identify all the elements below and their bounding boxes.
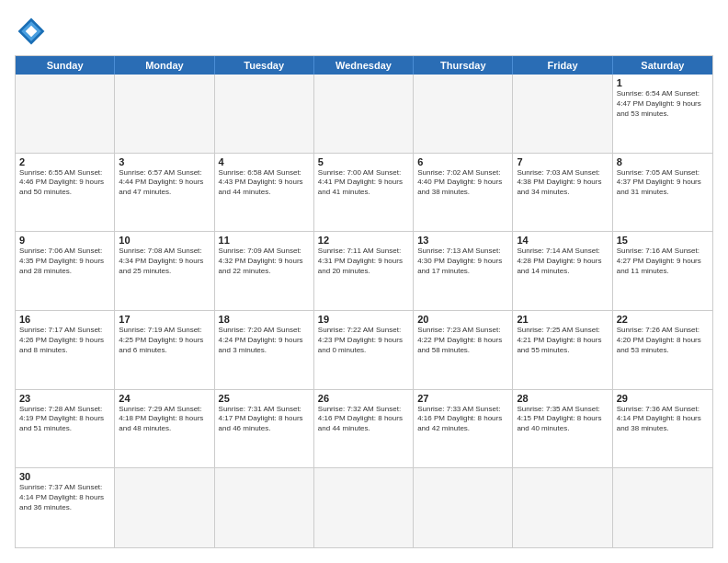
day-cell: 11Sunrise: 7:09 AM Sunset: 4:32 PM Dayli… xyxy=(215,232,314,310)
day-number: 8 xyxy=(617,156,709,167)
day-cell xyxy=(115,468,214,547)
day-info: Sunrise: 7:37 AM Sunset: 4:14 PM Dayligh… xyxy=(19,483,110,512)
day-info: Sunrise: 6:54 AM Sunset: 4:47 PM Dayligh… xyxy=(617,89,709,119)
day-number: 22 xyxy=(617,314,709,325)
day-number: 13 xyxy=(417,235,508,246)
calendar: SundayMondayTuesdayWednesdayThursdayFrid… xyxy=(15,55,713,548)
day-info: Sunrise: 7:13 AM Sunset: 4:30 PM Dayligh… xyxy=(417,247,508,276)
day-cell: 23Sunrise: 7:28 AM Sunset: 4:19 PM Dayli… xyxy=(16,390,115,468)
day-number: 15 xyxy=(617,235,709,246)
day-info: Sunrise: 7:20 AM Sunset: 4:24 PM Dayligh… xyxy=(219,326,310,355)
day-number: 7 xyxy=(517,156,608,167)
day-number: 29 xyxy=(617,393,709,404)
day-cell: 6Sunrise: 7:02 AM Sunset: 4:40 PM Daylig… xyxy=(414,154,513,232)
day-number: 21 xyxy=(517,314,608,325)
day-number: 26 xyxy=(318,393,409,404)
day-number: 20 xyxy=(417,314,508,325)
day-cell xyxy=(314,75,414,153)
day-cell xyxy=(414,75,513,153)
day-number: 19 xyxy=(318,314,409,325)
day-number: 24 xyxy=(119,393,210,404)
calendar-grid: 1Sunrise: 6:54 AM Sunset: 4:47 PM Daylig… xyxy=(16,75,712,547)
day-info: Sunrise: 7:11 AM Sunset: 4:31 PM Dayligh… xyxy=(318,247,409,276)
day-header-tuesday: Tuesday xyxy=(215,56,314,75)
day-header-sunday: Sunday xyxy=(16,56,115,75)
day-cell: 27Sunrise: 7:33 AM Sunset: 4:16 PM Dayli… xyxy=(414,390,513,468)
day-cell xyxy=(215,75,314,153)
day-cell xyxy=(115,75,214,153)
day-cell xyxy=(513,75,612,153)
day-headers: SundayMondayTuesdayWednesdayThursdayFrid… xyxy=(16,56,712,75)
day-cell: 25Sunrise: 7:31 AM Sunset: 4:17 PM Dayli… xyxy=(215,390,314,468)
day-info: Sunrise: 7:03 AM Sunset: 4:38 PM Dayligh… xyxy=(517,168,608,198)
day-header-monday: Monday xyxy=(115,56,214,75)
day-cell: 8Sunrise: 7:05 AM Sunset: 4:37 PM Daylig… xyxy=(613,154,712,232)
calendar-row: 9Sunrise: 7:06 AM Sunset: 4:35 PM Daylig… xyxy=(16,232,712,311)
day-cell xyxy=(215,468,314,547)
calendar-row: 2Sunrise: 6:55 AM Sunset: 4:46 PM Daylig… xyxy=(16,154,712,233)
day-number: 12 xyxy=(318,235,409,246)
day-number: 27 xyxy=(417,393,508,404)
day-info: Sunrise: 6:57 AM Sunset: 4:44 PM Dayligh… xyxy=(119,168,210,198)
day-header-saturday: Saturday xyxy=(613,56,712,75)
day-cell: 15Sunrise: 7:16 AM Sunset: 4:27 PM Dayli… xyxy=(613,232,712,310)
day-info: Sunrise: 7:09 AM Sunset: 4:32 PM Dayligh… xyxy=(219,247,310,276)
day-number: 5 xyxy=(318,156,409,167)
day-info: Sunrise: 7:36 AM Sunset: 4:14 PM Dayligh… xyxy=(617,405,709,434)
day-cell: 28Sunrise: 7:35 AM Sunset: 4:15 PM Dayli… xyxy=(513,390,612,468)
day-cell: 17Sunrise: 7:19 AM Sunset: 4:25 PM Dayli… xyxy=(115,311,214,389)
day-number: 4 xyxy=(219,156,310,167)
day-cell: 22Sunrise: 7:26 AM Sunset: 4:20 PM Dayli… xyxy=(613,311,712,389)
day-cell xyxy=(314,468,414,547)
day-cell: 30Sunrise: 7:37 AM Sunset: 4:14 PM Dayli… xyxy=(16,468,115,547)
day-info: Sunrise: 7:19 AM Sunset: 4:25 PM Dayligh… xyxy=(119,326,210,355)
day-cell xyxy=(613,468,712,547)
generalblue-icon xyxy=(15,15,48,48)
calendar-row: 23Sunrise: 7:28 AM Sunset: 4:19 PM Dayli… xyxy=(16,390,712,469)
day-number: 18 xyxy=(219,314,310,325)
day-info: Sunrise: 7:29 AM Sunset: 4:18 PM Dayligh… xyxy=(119,405,210,434)
day-info: Sunrise: 7:28 AM Sunset: 4:19 PM Dayligh… xyxy=(19,405,110,434)
day-cell: 2Sunrise: 6:55 AM Sunset: 4:46 PM Daylig… xyxy=(16,154,115,232)
day-number: 16 xyxy=(19,314,110,325)
day-header-thursday: Thursday xyxy=(414,56,513,75)
day-cell: 3Sunrise: 6:57 AM Sunset: 4:44 PM Daylig… xyxy=(115,154,214,232)
day-number: 17 xyxy=(119,314,210,325)
day-info: Sunrise: 7:22 AM Sunset: 4:23 PM Dayligh… xyxy=(318,326,409,355)
day-info: Sunrise: 7:33 AM Sunset: 4:16 PM Dayligh… xyxy=(417,405,508,434)
logo xyxy=(15,15,51,48)
day-cell: 9Sunrise: 7:06 AM Sunset: 4:35 PM Daylig… xyxy=(16,232,115,310)
day-cell: 18Sunrise: 7:20 AM Sunset: 4:24 PM Dayli… xyxy=(215,311,314,389)
day-cell: 20Sunrise: 7:23 AM Sunset: 4:22 PM Dayli… xyxy=(414,311,513,389)
day-info: Sunrise: 7:26 AM Sunset: 4:20 PM Dayligh… xyxy=(617,326,709,355)
day-cell: 5Sunrise: 7:00 AM Sunset: 4:41 PM Daylig… xyxy=(314,154,414,232)
day-header-friday: Friday xyxy=(513,56,612,75)
day-number: 1 xyxy=(617,77,709,88)
day-info: Sunrise: 7:05 AM Sunset: 4:37 PM Dayligh… xyxy=(617,168,709,198)
day-cell xyxy=(513,468,612,547)
day-cell xyxy=(16,75,115,153)
day-info: Sunrise: 7:32 AM Sunset: 4:16 PM Dayligh… xyxy=(318,405,409,434)
calendar-row: 1Sunrise: 6:54 AM Sunset: 4:47 PM Daylig… xyxy=(16,75,712,154)
day-cell: 26Sunrise: 7:32 AM Sunset: 4:16 PM Dayli… xyxy=(314,390,414,468)
day-info: Sunrise: 6:58 AM Sunset: 4:43 PM Dayligh… xyxy=(219,168,310,198)
day-number: 30 xyxy=(19,471,110,482)
day-number: 10 xyxy=(119,235,210,246)
day-cell: 19Sunrise: 7:22 AM Sunset: 4:23 PM Dayli… xyxy=(314,311,414,389)
calendar-row: 16Sunrise: 7:17 AM Sunset: 4:26 PM Dayli… xyxy=(16,311,712,390)
day-number: 9 xyxy=(19,235,110,246)
day-info: Sunrise: 7:00 AM Sunset: 4:41 PM Dayligh… xyxy=(318,168,409,198)
day-info: Sunrise: 7:25 AM Sunset: 4:21 PM Dayligh… xyxy=(517,326,608,355)
day-info: Sunrise: 7:16 AM Sunset: 4:27 PM Dayligh… xyxy=(617,247,709,276)
day-header-wednesday: Wednesday xyxy=(314,56,414,75)
day-number: 28 xyxy=(517,393,608,404)
day-info: Sunrise: 7:02 AM Sunset: 4:40 PM Dayligh… xyxy=(417,168,508,198)
day-number: 23 xyxy=(19,393,110,404)
day-info: Sunrise: 6:55 AM Sunset: 4:46 PM Dayligh… xyxy=(19,168,110,198)
day-info: Sunrise: 7:31 AM Sunset: 4:17 PM Dayligh… xyxy=(219,405,310,434)
day-info: Sunrise: 7:14 AM Sunset: 4:28 PM Dayligh… xyxy=(517,247,608,276)
day-info: Sunrise: 7:06 AM Sunset: 4:35 PM Dayligh… xyxy=(19,247,110,276)
day-number: 6 xyxy=(417,156,508,167)
day-info: Sunrise: 7:35 AM Sunset: 4:15 PM Dayligh… xyxy=(517,405,608,434)
day-cell: 10Sunrise: 7:08 AM Sunset: 4:34 PM Dayli… xyxy=(115,232,214,310)
